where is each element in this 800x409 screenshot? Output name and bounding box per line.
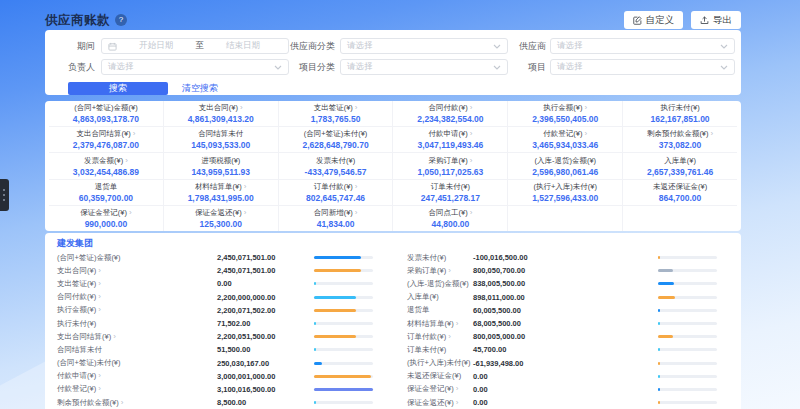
- list-item[interactable]: 付款登记(¥)›3,100,016,500.00: [57, 383, 373, 396]
- stat-label-text: 支出合同结算(¥): [76, 129, 130, 139]
- row-value: 2,450,071,501.00: [217, 266, 275, 275]
- stat-label: (执行+入库)未付(¥): [533, 182, 597, 192]
- bar-fill: [658, 269, 673, 272]
- stat-label: 发票金额(¥)›: [84, 156, 128, 166]
- search-button[interactable]: 搜索: [68, 82, 168, 95]
- row-label-text: (入库-退货)金额(¥): [407, 279, 469, 289]
- stat-label: 合同结算未付: [198, 129, 243, 139]
- row-label: 付款申请(¥)›: [57, 371, 215, 381]
- list-item[interactable]: 保证金返还(¥)›0.00: [407, 396, 717, 409]
- bar-track: [314, 282, 373, 285]
- chevron-down-icon: [493, 65, 501, 70]
- supplier-select[interactable]: 请选择: [550, 38, 735, 54]
- row-label: 订单付款(¥)›: [407, 332, 471, 342]
- row-value: 68,005,500.00: [473, 319, 521, 328]
- select-placeholder: 请选择: [347, 40, 373, 52]
- stat-cell[interactable]: 付款登记(¥)›3,465,934,033.46: [508, 127, 622, 153]
- drilldown-arrow-icon: ›: [121, 399, 124, 407]
- stats-column: 执行未付(¥)162,167,851.00剩余预付款金额(¥)›373,082.…: [623, 101, 737, 231]
- stat-cell[interactable]: 采购订单(¥)›1,050,117,025.63: [393, 153, 507, 179]
- stat-label-text: 支出合同(¥): [199, 103, 238, 113]
- stat-value: 1,527,596,433.00: [532, 193, 598, 203]
- drilldown-arrow-icon: ›: [98, 280, 101, 288]
- stat-cell[interactable]: 发票金额(¥)›3,032,454,486.89: [49, 153, 163, 179]
- project-category-select[interactable]: 请选择: [340, 59, 508, 75]
- clear-search-link[interactable]: 清空搜索: [182, 82, 218, 95]
- stat-cell[interactable]: 支出合同(¥)›4,861,309,413.20: [164, 101, 278, 127]
- list-item[interactable]: 支出签证(¥)›0.00: [57, 277, 373, 290]
- stat-cell[interactable]: 支出签证(¥)›1,783,765.50: [279, 101, 393, 127]
- customize-button[interactable]: 自定义: [624, 11, 684, 29]
- stat-cell[interactable]: 材料结算单(¥)›1,798,431,995.00: [164, 180, 278, 206]
- row-label-text: 入库单(¥): [407, 292, 439, 302]
- list-item[interactable]: 采购订单(¥)›800,050,700.00: [407, 264, 717, 277]
- row-value: 2,200,071,502.00: [217, 306, 275, 315]
- bar-fill: [658, 362, 660, 365]
- list-item[interactable]: 执行金额(¥)›2,200,071,502.00: [57, 304, 373, 317]
- drilldown-arrow-icon: ›: [113, 333, 116, 341]
- help-icon[interactable]: ?: [115, 14, 127, 26]
- list-item[interactable]: 剩余预付款金额(¥)›8,500.00: [57, 396, 373, 409]
- list-item[interactable]: 支出合同结算(¥)›2,200,051,500.00: [57, 330, 373, 343]
- stat-cell[interactable]: 合同付款(¥)›2,234,382,554.00: [393, 101, 507, 127]
- filter-panel: 期间 开始日期 至 结束日期 供应商分类 请选择 供应商 请选择 负责人 请选择…: [45, 30, 741, 95]
- list-item[interactable]: 支出合同(¥)›2,450,071,501.00: [57, 264, 373, 277]
- list-item: 发票未付(¥)-100,016,500.00: [407, 251, 717, 264]
- stat-value: 4,863,093,178.70: [73, 114, 139, 124]
- stat-cell[interactable]: 保证金登记(¥)›990,000.00: [49, 206, 163, 231]
- row-label-text: 付款登记(¥): [57, 384, 96, 394]
- supplier-category-select[interactable]: 请选择: [340, 38, 508, 54]
- stat-label-text: (执行+入库)未付(¥): [533, 182, 597, 192]
- row-label-text: (合同+签证)金额(¥): [57, 253, 121, 263]
- period-label: 期间: [57, 40, 95, 53]
- stat-label-text: 付款登记(¥): [543, 129, 582, 139]
- bar-track: [658, 256, 717, 259]
- stat-label-text: 合同点工(¥): [428, 208, 467, 218]
- stat-label: 订单未付(¥): [431, 182, 470, 192]
- drilldown-arrow-icon: ›: [98, 306, 101, 314]
- stat-cell[interactable]: 剩余预付款金额(¥)›373,082.00: [623, 127, 737, 153]
- list-item[interactable]: 付款申请(¥)›3,000,001,000.00: [57, 370, 373, 383]
- stat-label: 合同点工(¥)›: [428, 208, 472, 218]
- bar-track: [658, 309, 717, 312]
- row-label-text: 支出合同(¥): [57, 266, 96, 276]
- drilldown-arrow-icon: ›: [711, 130, 714, 138]
- drilldown-arrow-icon: ›: [129, 209, 132, 217]
- sidebar-collapse-handle[interactable]: [0, 179, 9, 211]
- stat-label: 进项税额(¥): [201, 156, 240, 166]
- row-label-text: 支出签证(¥): [57, 279, 96, 289]
- stat-label-text: 合同新增(¥): [314, 208, 353, 218]
- row-label: (合同+签证)金额(¥): [57, 253, 215, 263]
- bar-fill: [658, 335, 673, 338]
- stat-label: 合同付款(¥)›: [428, 103, 472, 113]
- list-item[interactable]: 保证金登记(¥)›0.00: [407, 383, 717, 396]
- period-daterange-input[interactable]: 开始日期 至 结束日期: [101, 38, 289, 54]
- stat-cell[interactable]: 订单付款(¥)›802,645,747.46: [279, 180, 393, 206]
- stat-value: 3,047,119,493.46: [418, 140, 484, 150]
- owner-select[interactable]: 请选择: [101, 59, 289, 75]
- list-item: (合同+签证)金额(¥)2,450,071,501.00: [57, 251, 373, 264]
- bar-fill: [314, 401, 316, 404]
- list-item: (执行+入库)未付(¥)-61,939,498.00: [407, 357, 717, 370]
- bar-fill: [658, 309, 660, 312]
- export-icon: [700, 16, 709, 25]
- list-item[interactable]: 合同付款(¥)›2,200,000,000.00: [57, 291, 373, 304]
- stat-cell[interactable]: 保证金返还(¥)›125,300.00: [164, 206, 278, 231]
- project-select[interactable]: 请选择: [550, 59, 735, 75]
- stat-cell[interactable]: 合同新增(¥)›41,834.00: [279, 206, 393, 231]
- row-value: 2,200,051,500.00: [217, 332, 275, 341]
- export-button[interactable]: 导出: [691, 11, 741, 29]
- stat-cell[interactable]: 付款申请(¥)›3,047,119,493.46: [393, 127, 507, 153]
- stat-cell[interactable]: 执行金额(¥)›2,396,550,405.00: [508, 101, 622, 127]
- list-item[interactable]: 订单付款(¥)›800,005,000.00: [407, 330, 717, 343]
- stat-cell[interactable]: 合同点工(¥)›44,800.00: [393, 206, 507, 231]
- row-label-text: 未返还保证金(¥): [407, 371, 461, 381]
- bar-fill: [314, 335, 356, 338]
- row-label-text: 保证金登记(¥): [407, 384, 454, 394]
- stat-label: 执行金额(¥)›: [543, 103, 587, 113]
- stat-cell[interactable]: 支出合同结算(¥)›2,379,476,087.00: [49, 127, 163, 153]
- drilldown-arrow-icon: ›: [448, 267, 451, 275]
- stat-label: 支出合同结算(¥)›: [76, 129, 135, 139]
- group-name-link[interactable]: 建发集团: [57, 237, 729, 249]
- list-item[interactable]: 材料结算单(¥)›68,005,500.00: [407, 317, 717, 330]
